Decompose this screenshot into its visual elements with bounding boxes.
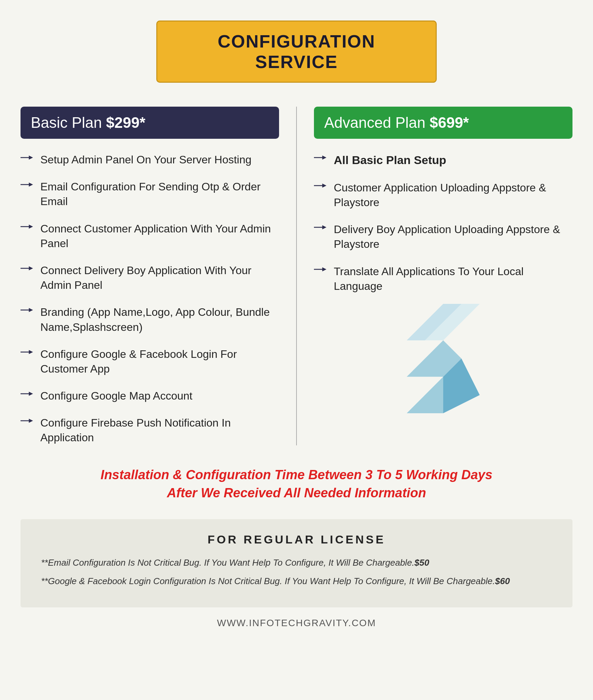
advanced-feature-1: All Basic Plan Setup	[334, 152, 446, 168]
list-item: Configure Google & Facebook Login For Cu…	[21, 347, 279, 376]
svg-marker-28	[407, 377, 443, 413]
arrow-icon	[21, 265, 34, 272]
arrow-icon	[21, 223, 34, 230]
flutter-logo-icon	[395, 304, 491, 413]
list-item: Setup Admin Panel On Your Server Hosting	[21, 152, 279, 167]
license-title: FOR REGULAR LICENSE	[41, 533, 552, 546]
advanced-feature-4: Translate All Applications To Your Local…	[334, 264, 572, 294]
basic-feature-5: Branding (App Name,Logo, App Colour, Bun…	[40, 305, 279, 334]
svg-marker-9	[29, 308, 33, 312]
disclaimer-1: **Email Configuration Is Not Critical Bu…	[41, 556, 552, 569]
basic-feature-list: Setup Admin Panel On Your Server Hosting…	[21, 152, 279, 445]
basic-feature-7: Configure Google Map Account	[40, 389, 193, 403]
basic-feature-4: Connect Delivery Boy Application With Yo…	[40, 263, 279, 293]
list-item: Configure Firebase Push Notification In …	[21, 416, 279, 445]
arrow-icon	[314, 154, 327, 161]
arrow-icon	[21, 417, 34, 425]
advanced-plan-price: $699*	[430, 114, 469, 131]
svg-marker-15	[29, 419, 33, 423]
svg-marker-17	[322, 156, 326, 160]
flutter-logo-area	[314, 304, 572, 413]
basic-plan-label: Basic Plan	[31, 114, 106, 131]
notice-line-2: After We Received All Needed Information	[21, 484, 572, 502]
website-url: WWW.INFOTECHGRAVITY.COM	[21, 607, 572, 632]
arrow-icon	[21, 390, 34, 398]
notice-section: Installation & Configuration Time Betwee…	[21, 466, 572, 502]
disclaimer-2: **Google & Facebook Login Configuration …	[41, 575, 552, 587]
basic-feature-6: Configure Google & Facebook Login For Cu…	[40, 347, 279, 376]
advanced-plan-column: Advanced Plan $699* All Basic Plan Setup	[297, 107, 572, 445]
basic-plan-header: Basic Plan $299*	[21, 107, 279, 139]
basic-feature-8: Configure Firebase Push Notification In …	[40, 416, 279, 445]
svg-marker-1	[29, 156, 33, 160]
list-item: Translate All Applications To Your Local…	[314, 264, 572, 294]
list-item: Connect Customer Application With Your A…	[21, 221, 279, 251]
advanced-feature-2: Customer Application Uploading Appstore …	[334, 180, 572, 210]
svg-marker-7	[29, 266, 33, 270]
arrow-icon	[314, 182, 327, 189]
page-container: CONFIGURATION SERVICE Basic Plan $299* S…	[0, 0, 593, 700]
list-item: Connect Delivery Boy Application With Yo…	[21, 263, 279, 293]
header-box: CONFIGURATION SERVICE	[156, 21, 437, 83]
list-item: Branding (App Name,Logo, App Colour, Bun…	[21, 305, 279, 334]
list-item: Customer Application Uploading Appstore …	[314, 180, 572, 210]
arrow-icon	[21, 154, 34, 161]
list-item: All Basic Plan Setup	[314, 152, 572, 168]
advanced-feature-list: All Basic Plan Setup Customer Applicatio…	[314, 152, 572, 294]
svg-marker-21	[322, 225, 326, 229]
arrow-icon	[314, 266, 327, 273]
page-title: CONFIGURATION SERVICE	[198, 31, 395, 72]
list-item: Email Configuration For Sending Otp & Or…	[21, 179, 279, 209]
svg-marker-23	[322, 267, 326, 271]
plans-row: Basic Plan $299* Setup Admin Panel On Yo…	[21, 107, 572, 445]
basic-plan-price: $299*	[106, 114, 145, 131]
footer-section: FOR REGULAR LICENSE **Email Configuratio…	[21, 519, 572, 607]
arrow-icon	[21, 348, 34, 356]
svg-marker-13	[29, 392, 33, 396]
advanced-plan-label: Advanced Plan	[324, 114, 430, 131]
list-item: Delivery Boy Application Uploading Appst…	[314, 222, 572, 252]
svg-marker-5	[29, 224, 33, 228]
basic-feature-3: Connect Customer Application With Your A…	[40, 221, 279, 251]
advanced-plan-header: Advanced Plan $699*	[314, 107, 572, 139]
arrow-icon	[21, 181, 34, 188]
notice-line-1: Installation & Configuration Time Betwee…	[21, 466, 572, 484]
basic-feature-2: Email Configuration For Sending Otp & Or…	[40, 179, 279, 209]
basic-feature-1: Setup Admin Panel On Your Server Hosting	[40, 152, 251, 167]
arrow-icon	[314, 224, 327, 231]
svg-marker-11	[29, 350, 33, 354]
basic-plan-column: Basic Plan $299* Setup Admin Panel On Yo…	[21, 107, 297, 445]
arrow-icon	[21, 306, 34, 314]
svg-marker-19	[322, 184, 326, 188]
advanced-feature-3: Delivery Boy Application Uploading Appst…	[334, 222, 572, 252]
list-item: Configure Google Map Account	[21, 389, 279, 403]
svg-marker-3	[29, 183, 33, 187]
